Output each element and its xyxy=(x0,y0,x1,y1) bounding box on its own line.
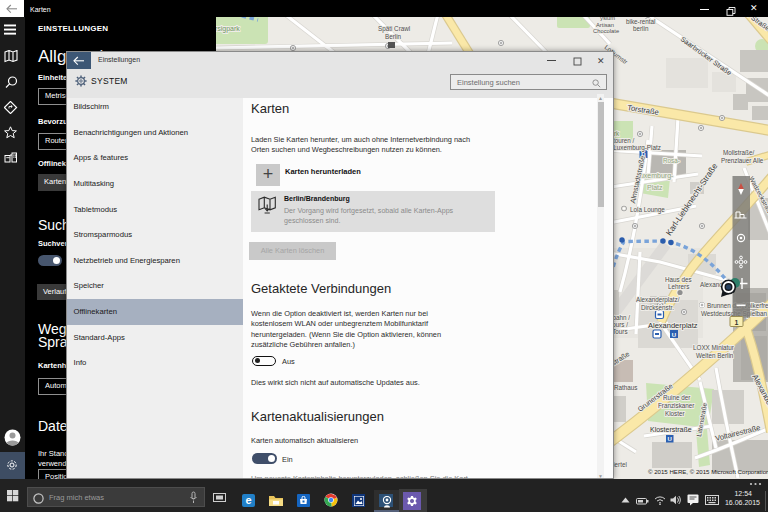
svg-text:Kloster: Kloster xyxy=(665,410,685,417)
svg-text:ysium: ysium xyxy=(600,17,615,21)
svg-text:Rathaus: Rathaus xyxy=(614,384,637,391)
svg-text:1: 1 xyxy=(735,319,739,326)
svg-text:Prenzlauer Alle: Prenzlauer Alle xyxy=(721,157,764,164)
svg-text:Klosterstraße: Klosterstraße xyxy=(650,426,692,433)
svg-text:Lola Lounge: Lola Lounge xyxy=(630,206,665,214)
svg-text:U: U xyxy=(672,332,676,338)
svg-text:U: U xyxy=(668,436,672,442)
svg-text:LOXX Miniatur: LOXX Miniatur xyxy=(693,344,734,351)
svg-text:Mollstraße/: Mollstraße/ xyxy=(723,149,754,156)
svg-text:Chocolate: Chocolate xyxy=(593,28,619,34)
svg-text:Artisan: Artisan xyxy=(596,22,614,28)
svg-text:Rosa-: Rosa- xyxy=(663,157,680,164)
svg-text:bike-rental: bike-rental xyxy=(626,18,655,25)
svg-text:berlin: berlin xyxy=(633,25,649,32)
svg-text:Ruine der: Ruine der xyxy=(663,394,690,401)
svg-text:Welten Berlin: Welten Berlin xyxy=(696,352,734,359)
svg-text:Alexanderplatz/: Alexanderplatz/ xyxy=(636,296,680,304)
svg-text:Haus des: Haus des xyxy=(665,276,692,283)
svg-text:© 2015 HERE, © 2015 Microsoft: © 2015 HERE, © 2015 Microsoft Corporatio… xyxy=(648,468,768,475)
svg-text:Alexanderplatz: Alexanderplatz xyxy=(648,321,698,330)
svg-text:Franziskaner: Franziskaner xyxy=(658,402,694,409)
svg-text:Berlin: Berlin xyxy=(385,33,402,40)
svg-text:orsigpark: orsigpark xyxy=(216,25,240,33)
svg-text:Platz: Platz xyxy=(647,184,663,191)
svg-text:Lehrers: Lehrers xyxy=(668,283,689,290)
svg-text:touren /: touren / xyxy=(613,137,635,144)
svg-text:Dircksenstr.: Dircksenstr. xyxy=(641,304,674,311)
